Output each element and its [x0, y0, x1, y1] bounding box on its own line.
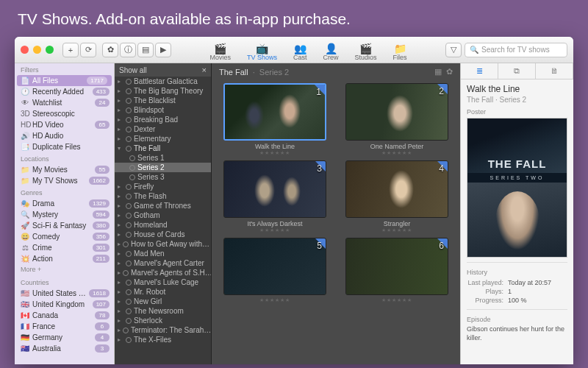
episode-thumbnail[interactable]: 6 [345, 238, 448, 295]
sidebar-item-all-files[interactable]: 📄All Files1717 [17, 75, 112, 86]
sidebar-item-hd-video[interactable]: HDHD Video65 [15, 119, 114, 130]
show-row[interactable]: ▸Breaking Bad [115, 115, 211, 124]
close-icon[interactable]: × [202, 66, 207, 74]
episode-card[interactable]: 1Walk the Line★★★★★★ [218, 83, 332, 156]
settings-button[interactable]: ✿ [102, 43, 118, 57]
disclosure-icon: ▸ [118, 107, 123, 113]
sidebar-item-australia[interactable]: 🇦🇺Australia3 [15, 343, 114, 354]
show-row[interactable]: ▸Game of Thrones [115, 201, 211, 210]
show-row[interactable]: ▸Sherlock [115, 316, 211, 325]
nav-tab-crew[interactable]: 👤Crew [320, 42, 342, 63]
show-row[interactable]: ▸New Girl [115, 297, 211, 306]
image-button[interactable]: ▤ [137, 43, 154, 57]
show-row[interactable]: ▸The Big Bang Theory [115, 86, 211, 96]
episode-card[interactable]: 3It's Always Darkest★★★★★★ [218, 160, 332, 233]
zoom-window-button[interactable] [46, 46, 54, 54]
show-row[interactable]: ▸Marvel's Agent Carter [115, 258, 211, 268]
sidebar-item-canada[interactable]: 🇨🇦Canada78 [15, 310, 114, 321]
minimize-window-button[interactable] [33, 46, 41, 54]
sidebar-icon: HD [21, 121, 29, 129]
show-row[interactable]: ▸Marvel's Luke Cage [115, 277, 211, 287]
sidebar-item-stereoscopic[interactable]: 3DStereoscopic [15, 108, 114, 119]
sidebar-item-my-tv-shows[interactable]: 📁My TV Shows1662 [15, 175, 114, 186]
episode-thumbnail[interactable]: 4 [345, 160, 448, 218]
sidebar-item-crime[interactable]: ⚖Crime301 [15, 242, 114, 253]
show-row[interactable]: ▸The Newsroom [115, 306, 211, 316]
episode-card[interactable]: 2One Named Peter★★★★★★ [340, 83, 454, 156]
sidebar-item-hd-audio[interactable]: 🔊HD Audio [15, 130, 114, 141]
show-row[interactable]: ▸Blindspot [115, 105, 211, 115]
show-row[interactable]: ▾The Fall [115, 144, 211, 153]
sidebar-item-france[interactable]: 🇫🇷France6 [15, 321, 114, 332]
sidebar-item-sci-fi-fantasy[interactable]: 🚀Sci-Fi & Fantasy380 [15, 220, 114, 231]
add-button[interactable]: + [62, 43, 79, 57]
series-row[interactable]: Series 1 [115, 153, 211, 163]
show-row[interactable]: ▸Gotham [115, 210, 211, 220]
poster-image[interactable]: THE FALL SERIES TWO [467, 118, 567, 258]
episode-thumbnail[interactable]: 2 [345, 83, 448, 141]
sidebar-item-united-kingdom[interactable]: 🇬🇧United Kingdom107 [15, 299, 114, 310]
sidebar-item-my-movies[interactable]: 📁My Movies55 [15, 164, 114, 175]
show-row[interactable]: ▸Mr. Robot [115, 287, 211, 297]
nav-tab-tv-shows[interactable]: 📺TV Shows [244, 42, 280, 63]
episode-thumbnail[interactable]: 3 [223, 160, 326, 218]
show-row[interactable]: ▸The Blacklist [115, 96, 211, 105]
sidebar-item-drama[interactable]: 🎭Drama1329 [15, 198, 114, 209]
series-row[interactable]: Series 2 [115, 163, 211, 172]
sidebar-icon: 🇫🇷 [21, 322, 29, 330]
show-row[interactable]: ▸House of Cards [115, 230, 211, 239]
show-row[interactable]: ▸Homeland [115, 220, 211, 230]
nav-tab-cast[interactable]: 👥Cast [290, 42, 310, 63]
filter-button[interactable]: ▽ [445, 43, 462, 57]
sidebar-item-comedy[interactable]: 😄Comedy356 [15, 231, 114, 242]
show-row[interactable]: ▸Dexter [115, 124, 211, 134]
episode-card[interactable]: 5★★★★★★ [218, 238, 332, 303]
show-row[interactable]: ▸Battlestar Galactica [115, 77, 211, 86]
show-row[interactable]: ▸The Flash [115, 191, 211, 201]
show-row[interactable]: ▸Marvel's Agents of S.H… [115, 268, 211, 277]
episode-card[interactable]: 4Strangler★★★★★★ [340, 160, 454, 233]
episode-card[interactable]: 6★★★★★★ [340, 238, 454, 303]
show-row[interactable]: ▸The X-Files [115, 335, 211, 344]
sidebar-item-label: Australia [32, 344, 92, 353]
info-button[interactable]: ⓘ [120, 43, 136, 57]
gear-icon[interactable]: ✿ [446, 67, 453, 77]
sidebar-item-duplicate-files[interactable]: 📑Duplicate Files [15, 141, 114, 152]
status-icon [126, 213, 132, 219]
nav-tab-movies[interactable]: 🎬Movies [207, 42, 234, 63]
nav-tab-files[interactable]: 📁Files [390, 42, 410, 63]
episode-thumbnail[interactable]: 5 [223, 238, 326, 295]
count-badge: 1329 [89, 199, 110, 208]
episode-thumbnail[interactable]: 1 [223, 83, 326, 141]
disclosure-icon: ▸ [118, 298, 123, 305]
disclosure-icon: ▸ [118, 279, 123, 286]
show-row[interactable]: ▸Firefly [115, 182, 211, 191]
status-icon [126, 280, 132, 286]
nav-tab-studios[interactable]: 🎬Studios [352, 42, 380, 63]
refresh-button[interactable]: ⟳ [80, 43, 96, 57]
inspector-tab-info[interactable]: ≣ [461, 63, 498, 79]
search-input[interactable]: 🔍 Search for TV shows [465, 43, 567, 57]
inspector-tab-media[interactable]: ⧉ [498, 63, 536, 79]
count-badge: 4 [95, 333, 110, 342]
series-row[interactable]: Series 3 [115, 172, 211, 182]
grid-view-icon[interactable]: ▦ [434, 67, 442, 77]
inspector-tab-file[interactable]: 🗎 [536, 63, 573, 79]
status-icon [126, 308, 132, 314]
sidebar-item-germany[interactable]: 🇩🇪Germany4 [15, 332, 114, 343]
play-button[interactable]: ▶ [155, 43, 171, 57]
sidebar-item-label: France [32, 322, 92, 330]
search-icon: 🔍 [470, 46, 478, 54]
close-window-button[interactable] [21, 46, 29, 54]
show-row[interactable]: ▸Terminator: The Sarah… [115, 325, 211, 335]
status-icon [126, 194, 132, 199]
show-row[interactable]: ▸How to Get Away with… [115, 239, 211, 249]
sidebar-item-united-states-of-[interactable]: 🇺🇸United States of…1618 [15, 288, 114, 299]
sidebar-item-recently-added[interactable]: 🕐Recently Added433 [15, 86, 114, 97]
sidebar-item-action[interactable]: 💥Action211 [15, 253, 114, 264]
sidebar-item-mystery[interactable]: 🔍Mystery594 [15, 209, 114, 220]
show-row[interactable]: ▸Mad Men [115, 249, 211, 258]
sidebar-item-watchlist[interactable]: 👁Watchlist24 [15, 97, 114, 108]
show-row[interactable]: ▸Elementary [115, 134, 211, 144]
more-link[interactable]: More + [15, 264, 114, 276]
